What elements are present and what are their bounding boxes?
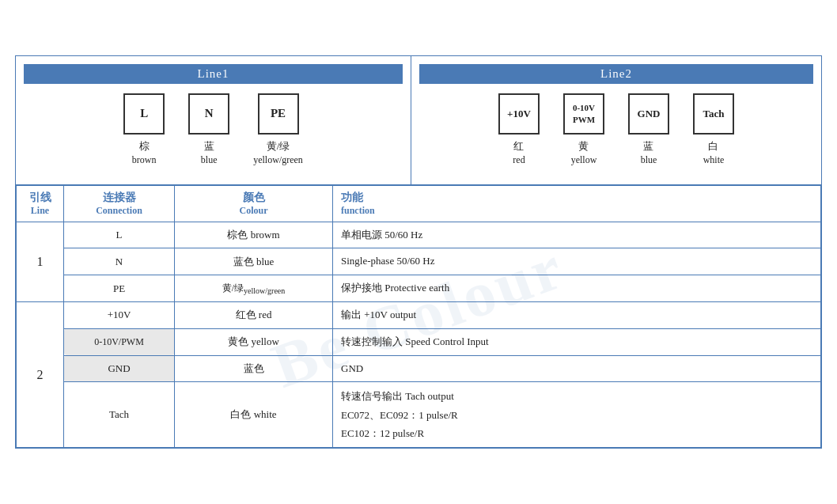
colour-Tach-cell: 白色 white [175, 382, 333, 448]
func-GND-cell: GND [333, 355, 821, 382]
diagram-area: Line1 L 棕 brown N 蓝 blue P [16, 56, 821, 185]
table-wrapper: Be Colour 引线 Line 连接器 Connection 颜色 Colo… [16, 185, 821, 449]
header-connection: 连接器 Connection [64, 185, 175, 222]
func-10V-cell: 输出 +10V output [333, 301, 821, 328]
line1-number: 1 [17, 222, 64, 301]
conn-10V-cell: +10V [64, 301, 175, 328]
conn-Tach-cell: Tach [64, 382, 175, 448]
header-function: 功能 function [333, 185, 821, 222]
table-row: 2 +10V 红色 red 输出 +10V output [17, 301, 821, 328]
connector-N: N 蓝 blue [188, 93, 229, 167]
line2-connectors-row: +10V 红 red 0-10VPWM 黄 yellow GND [419, 93, 813, 167]
colour-10V-cell: 红色 red [175, 301, 333, 328]
connector-label-N: 蓝 blue [201, 139, 218, 167]
colour-N-cell: 蓝色 blue [175, 248, 333, 275]
connector-PWM: 0-10VPWM 黄 yellow [563, 93, 604, 167]
line1-connectors-row: L 棕 brown N 蓝 blue PE 黄/绿 [24, 93, 403, 167]
connector-label-10V: 红 red [513, 139, 525, 167]
conn-GND-cell: GND [64, 355, 175, 382]
header-colour: 颜色 Colour [175, 185, 333, 222]
colour-PE-cell: 黄/绿yellow/green [175, 275, 333, 302]
func-PE-cell: 保护接地 Protective earth [333, 275, 821, 302]
connector-box-GND: GND [628, 93, 669, 135]
table-row: PE 黄/绿yellow/green 保护接地 Protective earth [17, 275, 821, 302]
conn-L-cell: L [64, 222, 175, 248]
connector-Tach: Tach 白 white [693, 93, 734, 167]
data-table: 引线 Line 连接器 Connection 颜色 Colour 功能 func… [16, 185, 821, 449]
connector-PE: PE 黄/绿 yellow/green [253, 93, 303, 167]
connector-10V: +10V 红 red [498, 93, 540, 167]
colour-L-cell: 棕色 browm [175, 222, 333, 248]
connector-label-Tach: 白 white [703, 139, 725, 167]
table-row: Tach 白色 white 转速信号输出 Tach output EC072、E… [17, 382, 821, 448]
colour-GND-cell: 蓝色 [175, 355, 333, 382]
connector-label-PE: 黄/绿 yellow/green [253, 139, 303, 167]
func-PWM-cell: 转速控制输入 Speed Control Input [333, 328, 821, 355]
table-row: GND 蓝色 GND [17, 355, 821, 382]
conn-PE-cell: PE [64, 275, 175, 302]
connector-GND: GND 蓝 blue [628, 93, 669, 167]
connector-box-L: L [123, 93, 165, 135]
connector-box-Tach: Tach [693, 93, 734, 135]
connector-box-PE: PE [258, 93, 299, 135]
main-container: Line1 L 棕 brown N 蓝 blue P [15, 55, 822, 449]
colour-PWM-cell: 黄色 yellow [175, 328, 333, 355]
table-row: 1 L 棕色 browm 单相电源 50/60 Hz [17, 222, 821, 248]
func-N-cell: Single-phase 50/60 Hz [333, 248, 821, 275]
func-L-cell: 单相电源 50/60 Hz [333, 222, 821, 248]
line1-header: Line1 [24, 64, 403, 84]
diagram-line2: Line2 +10V 红 red 0-10VPWM 黄 yellow [411, 56, 821, 184]
connector-label-PWM: 黄 yellow [571, 139, 597, 167]
table-row: N 蓝色 blue Single-phase 50/60 Hz [17, 248, 821, 275]
connector-box-PWM: 0-10VPWM [563, 93, 604, 135]
func-Tach-cell: 转速信号输出 Tach output EC072、EC092：1 pulse/R… [333, 382, 821, 448]
table-row: 0-10V/PWM 黄色 yellow 转速控制输入 Speed Control… [17, 328, 821, 355]
connector-box-10V: +10V [498, 93, 540, 135]
line2-header: Line2 [419, 64, 813, 84]
conn-PWM-cell: 0-10V/PWM [64, 328, 175, 355]
diagram-line1: Line1 L 棕 brown N 蓝 blue P [16, 56, 411, 184]
connector-label-GND: 蓝 blue [641, 139, 657, 167]
table-header-row: 引线 Line 连接器 Connection 颜色 Colour 功能 func… [17, 185, 821, 222]
header-line: 引线 Line [17, 185, 64, 222]
connector-label-L: 棕 brown [132, 139, 157, 167]
conn-N-cell: N [64, 248, 175, 275]
line2-number: 2 [17, 301, 64, 448]
connector-box-N: N [188, 93, 229, 135]
connector-L: L 棕 brown [123, 93, 165, 167]
